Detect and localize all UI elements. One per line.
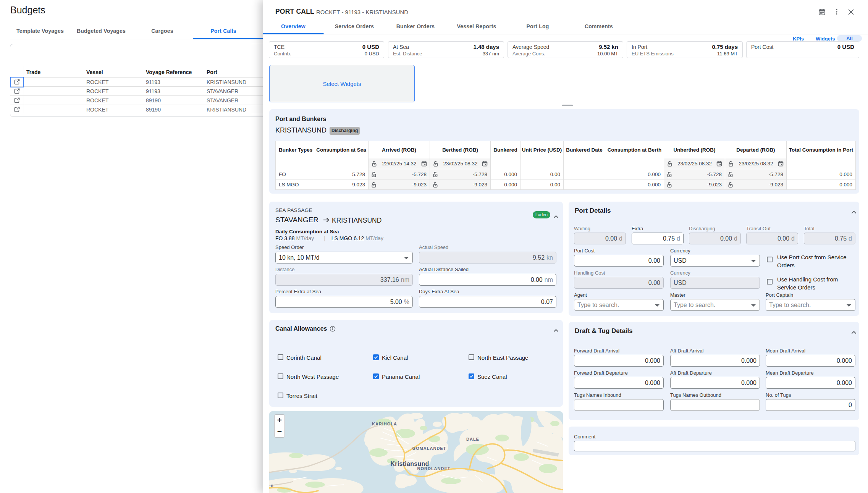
svg-text:Kristiansund: Kristiansund xyxy=(390,461,429,467)
svg-text:n: n xyxy=(271,483,273,488)
svg-text:GOMALANDET: GOMALANDET xyxy=(412,446,446,451)
svg-text:DALE: DALE xyxy=(466,437,479,441)
svg-text:KARIHOLA: KARIHOLA xyxy=(372,422,397,426)
